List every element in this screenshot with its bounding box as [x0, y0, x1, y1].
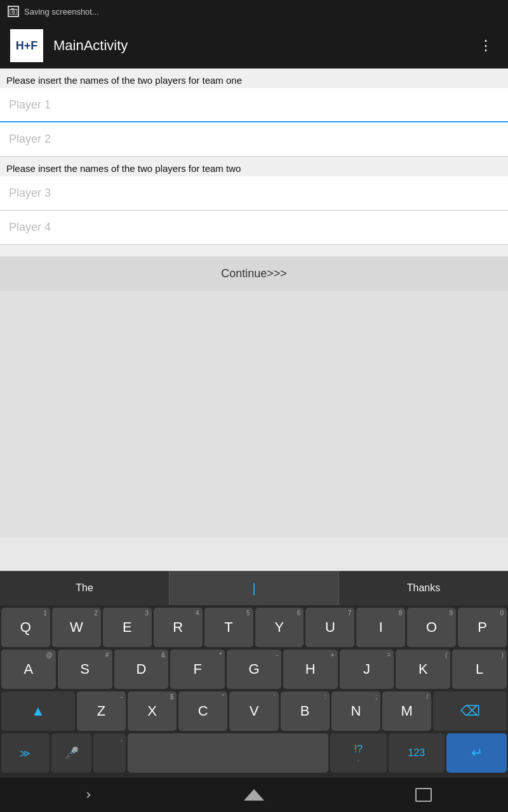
main-content: Please insert the names of the two playe…	[0, 69, 508, 291]
key-l[interactable]: )L	[452, 650, 507, 689]
key-v[interactable]: 'V	[229, 691, 278, 731]
key-x[interactable]: $X	[128, 691, 177, 731]
svg-point-1	[12, 11, 15, 13]
key-u[interactable]: 7U	[305, 608, 354, 647]
app-title: MainActivity	[53, 37, 474, 54]
key-f[interactable]: *F	[170, 650, 225, 689]
nav-recents-button[interactable]	[404, 782, 443, 808]
key-k[interactable]: (K	[396, 650, 450, 689]
key-w[interactable]: 2W	[52, 608, 101, 647]
key-s[interactable]: #S	[58, 650, 112, 689]
swiftkey-logo-key[interactable]: ≫	[1, 733, 50, 773]
app-logo-text: H+F	[16, 39, 38, 53]
continue-button[interactable]: Continue>>>	[0, 256, 508, 291]
key-b[interactable]: :B	[281, 691, 330, 731]
screenshot-icon	[8, 6, 19, 17]
nav-home-button[interactable]	[235, 782, 273, 808]
player2-input[interactable]	[0, 122, 508, 157]
key-g[interactable]: -G	[227, 650, 281, 689]
player3-input[interactable]	[0, 176, 508, 211]
key-d[interactable]: &D	[114, 650, 169, 689]
team-one-instruction: Please insert the names of the two playe…	[0, 69, 508, 88]
svg-rect-0	[10, 10, 17, 15]
key-z[interactable]: -Z	[77, 691, 126, 731]
player4-input[interactable]	[0, 211, 508, 245]
suggestions-bar: The | Thanks	[0, 571, 508, 605]
key-n[interactable]: ;N	[331, 691, 380, 731]
space-key[interactable]	[128, 733, 328, 773]
key-t[interactable]: 5T	[204, 608, 253, 647]
key-c[interactable]: "C	[178, 691, 227, 731]
asdf-row: @A #S &D *F -G +H =J (K )L	[1, 650, 507, 689]
key-h[interactable]: +H	[283, 650, 338, 689]
suggestion-thanks[interactable]: Thanks	[339, 571, 508, 605]
num-toggle-key[interactable]: 123	[389, 733, 445, 773]
status-bar-text: Saving screenshot...	[24, 7, 99, 16]
enter-key[interactable]: ↵	[446, 733, 507, 773]
team-two-instruction: Please insert the names of the two playe…	[0, 157, 508, 176]
nav-bar: ⌃	[0, 778, 508, 812]
shift-key[interactable]: ▲	[1, 691, 75, 731]
key-rows: 1Q 2W 3E 4R 5T 6Y 7U 8I 9O 0P @A #S &D *…	[0, 605, 508, 778]
empty-area	[0, 291, 508, 538]
app-bar: H+F MainActivity ⋮	[0, 23, 508, 69]
key-r[interactable]: 4R	[154, 608, 203, 647]
bottom-row: ≫ 🎤 , !? . 123 ↵	[1, 733, 507, 773]
key-e[interactable]: 3E	[103, 608, 152, 647]
special-chars-key[interactable]: !? .	[330, 733, 387, 773]
key-j[interactable]: =J	[340, 650, 394, 689]
zxcv-row: ▲ -Z $X "C 'V :B ;N /M ⌫	[1, 691, 507, 731]
key-q[interactable]: 1Q	[1, 608, 50, 647]
menu-icon[interactable]: ⋮	[474, 32, 498, 59]
nav-back-button[interactable]: ⌃	[65, 782, 104, 808]
comma-key[interactable]: ,	[93, 733, 126, 773]
key-m[interactable]: /M	[382, 691, 431, 731]
key-y[interactable]: 6Y	[255, 608, 304, 647]
svg-rect-2	[11, 8, 14, 10]
key-p[interactable]: 0P	[458, 608, 507, 647]
key-o[interactable]: 9O	[407, 608, 456, 647]
backspace-key[interactable]: ⌫	[433, 691, 507, 731]
voice-key[interactable]: 🎤	[51, 733, 91, 773]
suggestion-the[interactable]: The	[0, 571, 170, 605]
status-bar: Saving screenshot...	[0, 0, 508, 23]
suggestion-cursor[interactable]: |	[170, 571, 339, 605]
keyboard: The | Thanks 1Q 2W 3E 4R 5T 6Y 7U 8I 9O …	[0, 571, 508, 812]
qwerty-row: 1Q 2W 3E 4R 5T 6Y 7U 8I 9O 0P	[1, 608, 507, 647]
app-logo: H+F	[10, 29, 43, 62]
key-i[interactable]: 8I	[356, 608, 405, 647]
key-a[interactable]: @A	[1, 650, 56, 689]
player1-input[interactable]	[0, 88, 508, 122]
